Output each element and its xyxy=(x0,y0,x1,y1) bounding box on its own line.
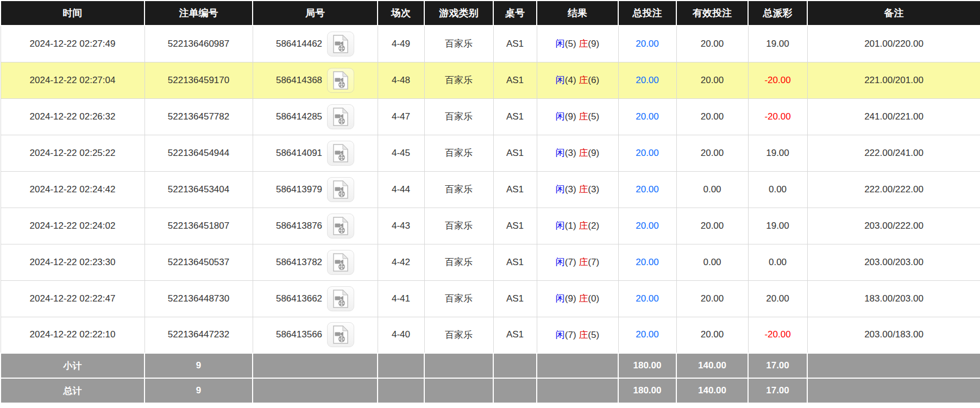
table-footer: 小计9180.00140.0017.00总计9180.00140.0017.00 xyxy=(1,353,980,403)
result-player-score: (7) xyxy=(565,330,576,340)
cell-bet-id: 522136459170 xyxy=(145,62,253,98)
round-id-text: 586414368 xyxy=(276,75,322,86)
table-row[interactable]: 2024-12-22 02:24:02522136451807586413876… xyxy=(1,208,980,244)
table-row[interactable]: 2024-12-22 02:22:10522136447232586413566… xyxy=(1,317,980,353)
cell-remark: 201.00/220.00 xyxy=(807,26,980,62)
cell-total-bet: 20.00 xyxy=(618,171,676,208)
video-replay-button[interactable] xyxy=(327,322,354,347)
cell-round-id: 586413782 xyxy=(253,244,378,280)
footer-grand-total-total-payout: 17.00 xyxy=(748,378,807,403)
cell-session: 4-47 xyxy=(378,98,424,135)
cell-valid-bet: 20.00 xyxy=(676,208,748,244)
cell-bet-id: 522136454944 xyxy=(145,135,253,171)
cell-table-no: AS1 xyxy=(493,244,537,280)
footer-grand-total-remark xyxy=(807,378,980,403)
result-banker-label: 庄 xyxy=(579,293,588,304)
cell-time: 2024-12-22 02:22:10 xyxy=(1,317,145,353)
total-payout-value: 19.00 xyxy=(766,221,789,231)
total-payout-value: 0.00 xyxy=(769,184,787,194)
result-player-label: 闲 xyxy=(556,148,565,158)
total-payout-value: 19.00 xyxy=(766,148,789,158)
cell-remark: 203.00/222.00 xyxy=(807,208,980,244)
page-bottom-spacer xyxy=(0,404,980,408)
video-replay-button[interactable] xyxy=(327,177,354,202)
cell-result: 闲(9) 庄(5) xyxy=(537,98,618,135)
video-replay-button[interactable] xyxy=(327,32,354,57)
cell-game-type: 百家乐 xyxy=(424,280,493,317)
cell-result: 闲(7) 庄(5) xyxy=(537,317,618,353)
cell-time: 2024-12-22 02:26:32 xyxy=(1,98,145,135)
video-file-icon xyxy=(332,144,349,162)
round-id-text: 586413662 xyxy=(276,293,322,304)
video-replay-button[interactable] xyxy=(327,68,354,93)
cell-valid-bet: 0.00 xyxy=(676,171,748,208)
result-banker-score: (7) xyxy=(588,257,599,267)
total-bet-value: 20.00 xyxy=(636,75,659,85)
column-header-session: 场次 xyxy=(378,1,424,26)
cell-round-id: 586414285 xyxy=(253,98,378,135)
cell-bet-id: 522136460987 xyxy=(145,26,253,62)
column-header-result: 结果 xyxy=(537,1,618,26)
result-banker-score: (5) xyxy=(588,330,599,340)
result-player-score: (7) xyxy=(565,257,576,267)
cell-valid-bet: 20.00 xyxy=(676,98,748,135)
footer-row-subtotal: 小计9180.00140.0017.00 xyxy=(1,353,980,378)
video-file-icon xyxy=(332,35,349,53)
result-banker-label: 庄 xyxy=(579,75,588,85)
result-banker-label: 庄 xyxy=(579,257,588,267)
result-player-label: 闲 xyxy=(556,111,565,122)
column-header-time: 时间 xyxy=(1,1,145,26)
bet-records-table: 时间注单编号局号场次游戏类别桌号结果总投注有效投注总派彩备注 2024-12-2… xyxy=(0,0,980,404)
cell-result: 闲(4) 庄(6) xyxy=(537,62,618,98)
column-header-round_id: 局号 xyxy=(253,1,378,26)
table-row[interactable]: 2024-12-22 02:27:49522136460987586414462… xyxy=(1,26,980,62)
cell-time: 2024-12-22 02:22:47 xyxy=(1,280,145,317)
video-replay-button[interactable] xyxy=(327,286,354,311)
result-banker-score: (9) xyxy=(588,39,599,49)
cell-table-no: AS1 xyxy=(493,62,537,98)
cell-total-payout: -20.00 xyxy=(748,317,807,353)
cell-session: 4-40 xyxy=(378,317,424,353)
footer-subtotal-valid-bet: 140.00 xyxy=(676,353,748,378)
round-id-text: 586413876 xyxy=(276,221,322,231)
result-player-score: (9) xyxy=(565,111,576,122)
video-replay-button[interactable] xyxy=(327,214,354,238)
cell-table-no: AS1 xyxy=(493,280,537,317)
cell-remark: 241.00/221.00 xyxy=(807,98,980,135)
table-row[interactable]: 2024-12-22 02:22:47522136448730586413662… xyxy=(1,280,980,317)
result-banker-score: (6) xyxy=(588,75,599,85)
footer-empty-cell xyxy=(253,378,378,403)
total-bet-value: 20.00 xyxy=(636,221,659,231)
cell-round-id: 586413662 xyxy=(253,280,378,317)
total-payout-value: -20.00 xyxy=(764,111,790,122)
cell-bet-id: 522136450537 xyxy=(145,244,253,280)
cell-session: 4-44 xyxy=(378,171,424,208)
cell-table-no: AS1 xyxy=(493,171,537,208)
table-row[interactable]: 2024-12-22 02:26:32522136457782586414285… xyxy=(1,98,980,135)
column-header-total_bet: 总投注 xyxy=(618,1,676,26)
footer-empty-cell xyxy=(424,378,493,403)
footer-empty-cell xyxy=(378,378,424,403)
table-row[interactable]: 2024-12-22 02:23:30522136450537586413782… xyxy=(1,244,980,280)
round-id-text: 586413566 xyxy=(276,329,322,340)
footer-empty-cell xyxy=(493,378,537,403)
cell-session: 4-45 xyxy=(378,135,424,171)
video-replay-button[interactable] xyxy=(327,141,354,166)
table-row[interactable]: 2024-12-22 02:25:22522136454944586414091… xyxy=(1,135,980,171)
cell-game-type: 百家乐 xyxy=(424,98,493,135)
video-file-icon xyxy=(332,290,349,308)
column-header-total_payout: 总派彩 xyxy=(748,1,807,26)
cell-remark: 222.00/222.00 xyxy=(807,171,980,208)
result-banker-label: 庄 xyxy=(579,148,588,158)
video-replay-button[interactable] xyxy=(327,250,354,275)
table-row[interactable]: 2024-12-22 02:27:04522136459170586414368… xyxy=(1,62,980,98)
round-id-text: 586414091 xyxy=(276,148,322,159)
cell-session: 4-48 xyxy=(378,62,424,98)
footer-empty-cell xyxy=(537,353,618,378)
table-row[interactable]: 2024-12-22 02:24:42522136453404586413979… xyxy=(1,171,980,208)
cell-valid-bet: 20.00 xyxy=(676,62,748,98)
video-replay-button[interactable] xyxy=(327,104,354,129)
result-banker-label: 庄 xyxy=(579,330,588,340)
cell-remark: 183.00/203.00 xyxy=(807,280,980,317)
cell-total-bet: 20.00 xyxy=(618,208,676,244)
